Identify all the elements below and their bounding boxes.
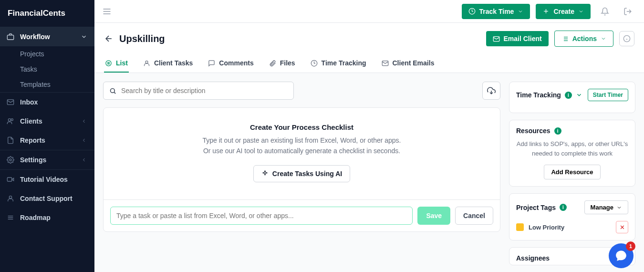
svg-rect-5 (7, 178, 11, 181)
gear-icon (7, 156, 14, 164)
save-button[interactable]: Save (417, 207, 450, 225)
nav-inbox[interactable]: Inbox (0, 93, 94, 112)
chat-badge: 1 (626, 241, 635, 251)
remove-tag-button[interactable]: ✕ (616, 221, 628, 233)
tab-time-tracking[interactable]: Time Tracking (310, 54, 367, 73)
svg-point-4 (10, 159, 11, 161)
manage-label: Manage (591, 204, 613, 211)
tag-item: Low Priority ✕ (516, 221, 628, 233)
search-box[interactable] (103, 82, 294, 100)
right-column: Time Tracking i Start Timer Resources i … (509, 82, 635, 272)
chevron-down-icon (616, 205, 622, 210)
info-icon[interactable]: i (560, 204, 567, 211)
tab-comments[interactable]: Comments (207, 54, 254, 73)
page-header: Upskilling Email Client Actions (94, 23, 644, 54)
back-arrow-icon[interactable] (104, 34, 114, 43)
nav-templates[interactable]: Templates (0, 77, 94, 92)
paperclip-icon (269, 60, 276, 67)
chevron-left-icon (80, 136, 88, 144)
create-button[interactable]: Create (536, 4, 591, 19)
start-timer-button[interactable]: Start Timer (588, 89, 628, 101)
menu-toggle-icon[interactable] (102, 7, 112, 16)
nav-reports[interactable]: Reports (0, 131, 94, 150)
tab-time-tracking-label: Time Tracking (322, 59, 366, 67)
list-icon (561, 35, 569, 42)
task-input[interactable] (110, 207, 413, 225)
resources-desc: Add links to SOP's, apps, or other URL's… (516, 139, 628, 158)
nav-support-label: Contact Support (20, 195, 73, 202)
tab-files[interactable]: Files (268, 54, 296, 73)
chevron-down-icon[interactable] (576, 92, 582, 98)
create-tasks-ai-button[interactable]: Create Tasks Using AI (253, 165, 350, 182)
chevron-down-icon (578, 9, 584, 14)
tab-client-tasks[interactable]: Client Tasks (142, 54, 194, 73)
svg-point-36 (111, 88, 115, 93)
resources-title: Resources (516, 127, 551, 135)
svg-point-7 (9, 196, 11, 199)
user-icon (7, 195, 14, 202)
svg-point-33 (145, 61, 148, 63)
tab-list[interactable]: List (104, 54, 129, 73)
ai-button-label: Create Tasks Using AI (272, 170, 342, 178)
tab-client-emails[interactable]: Client Emails (381, 54, 436, 73)
info-icon[interactable] (619, 31, 634, 46)
list-icon (105, 60, 112, 67)
assignees-title: Assignees (516, 254, 550, 262)
tab-client-tasks-label: Client Tasks (154, 59, 193, 67)
info-icon[interactable]: i (565, 92, 572, 99)
nav-reports-label: Reports (20, 136, 45, 144)
chat-widget[interactable]: 1 (609, 243, 634, 268)
tab-files-label: Files (280, 59, 295, 67)
comment-icon (208, 60, 215, 67)
nav-roadmap-label: Roadmap (20, 214, 51, 221)
info-icon[interactable]: i (554, 127, 561, 135)
clock-icon (311, 60, 318, 67)
nav-support[interactable]: Contact Support (0, 189, 94, 208)
actions-label: Actions (572, 35, 597, 42)
bell-icon[interactable] (596, 3, 613, 20)
track-time-label: Track Time (479, 8, 514, 15)
svg-line-37 (114, 92, 115, 94)
roadmap-icon (7, 214, 14, 221)
email-client-label: Email Client (504, 35, 542, 42)
sidebar: FinancialCents Workflow Projects Tasks T… (0, 0, 94, 272)
tab-list-label: List (116, 59, 128, 67)
nav-clients-label: Clients (20, 117, 42, 125)
nav-clients[interactable]: Clients (0, 112, 94, 131)
svg-point-2 (8, 119, 10, 121)
page-title: Upskilling (119, 33, 165, 44)
mail-icon (7, 98, 14, 106)
track-time-button[interactable]: Track Time (462, 4, 530, 19)
main: Track Time Create Upskilling Email Clien… (94, 0, 644, 272)
email-client-button[interactable]: Email Client (486, 31, 549, 46)
checklist-line1: Type it out or paste an existing list fr… (115, 135, 488, 146)
briefcase-icon (7, 33, 14, 41)
nav-tutorial-label: Tutorial Videos (20, 176, 68, 183)
time-tracking-title: Time Tracking (516, 91, 561, 99)
search-input[interactable] (121, 87, 288, 94)
nav-tasks[interactable]: Tasks (0, 62, 94, 77)
nav-workflow-label: Workflow (20, 33, 50, 41)
add-resource-button[interactable]: Add Resource (544, 165, 600, 179)
download-button[interactable] (482, 82, 500, 100)
nav-settings-label: Settings (20, 156, 46, 164)
manage-tags-button[interactable]: Manage (584, 200, 628, 214)
svg-rect-0 (7, 35, 13, 40)
cancel-button[interactable]: Cancel (455, 207, 493, 225)
nav-settings[interactable]: Settings (0, 150, 94, 169)
nav-projects[interactable]: Projects (0, 46, 94, 62)
brand-logo: FinancialCents (0, 0, 94, 27)
tag-swatch (516, 223, 524, 231)
svg-point-3 (11, 119, 13, 121)
project-tags-title: Project Tags (516, 204, 556, 211)
nav-roadmap[interactable]: Roadmap (0, 208, 94, 227)
project-tags-card: Project Tags i Manage Low Priority ✕ (509, 193, 635, 241)
tabs: List Client Tasks Comments Files Time Tr… (94, 54, 644, 73)
nav-tutorial[interactable]: Tutorial Videos (0, 170, 94, 189)
chevron-left-icon (80, 156, 88, 164)
users-icon (7, 117, 14, 125)
mail-icon (382, 60, 389, 67)
nav-workflow[interactable]: Workflow (0, 27, 94, 46)
logout-icon[interactable] (619, 3, 636, 20)
actions-button[interactable]: Actions (554, 31, 613, 47)
